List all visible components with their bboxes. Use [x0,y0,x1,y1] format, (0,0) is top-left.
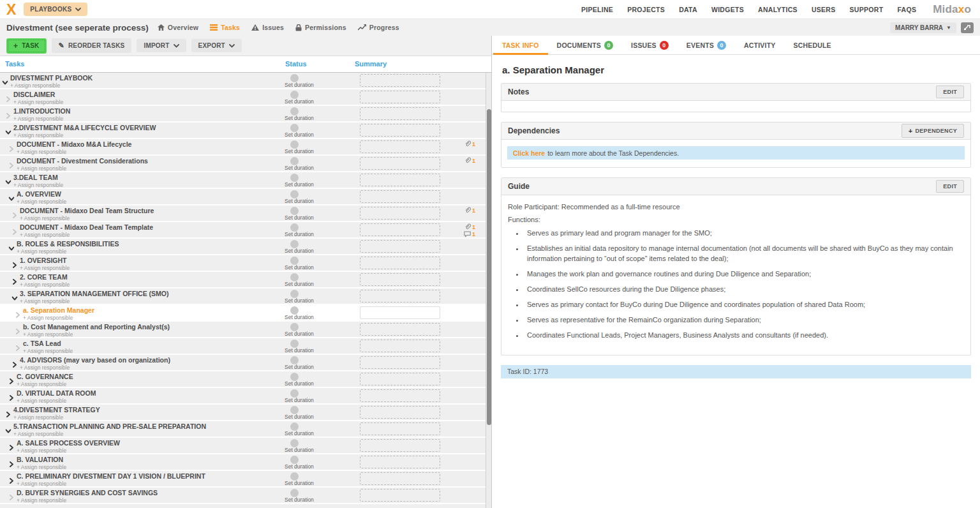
task-row[interactable]: 3. SEPARATION MANAGEMENT OFFICE (SMO) + … [0,288,491,305]
set-duration-link[interactable]: Set duration [285,431,343,437]
task-row[interactable]: 3.DEAL TEAM + Assign responsible Set dur… [0,172,491,189]
summary-field[interactable] [360,456,440,468]
task-row[interactable]: C. PRELIMINARY DIVESTMENT DAY 1 VISION /… [0,471,491,488]
summary-field[interactable] [360,174,440,186]
detail-tab-documents[interactable]: DOCUMENTS 0 [548,36,622,54]
detail-tab-issues[interactable]: ISSUES 0 [622,36,678,54]
summary-field[interactable] [360,472,440,485]
import-dropdown-button[interactable]: IMPORT [137,39,186,52]
add-dependency-button[interactable]: + DEPENDENCY [902,124,964,138]
task-row[interactable]: DOCUMENT - Midaxo Deal Team Structure + … [0,205,491,222]
set-duration-link[interactable]: Set duration [285,348,343,354]
summary-field[interactable] [360,356,440,369]
assign-responsible-link[interactable]: + Assign responsible [23,348,73,354]
task-row[interactable]: C. GOVERNANCE + Assign responsible Set d… [0,371,491,388]
assign-responsible-link[interactable]: + Assign responsible [20,232,153,238]
assign-responsible-link[interactable]: + Assign responsible [17,481,205,487]
chevron-icon[interactable] [9,454,17,470]
playbooks-dropdown[interactable]: PLAYBOOKS [24,3,87,16]
chevron-icon[interactable] [12,272,20,287]
assign-responsible-link[interactable]: + Assign responsible [17,149,131,155]
summary-field[interactable] [360,489,440,502]
nav-link-widgets[interactable]: WIDGETS [711,6,744,13]
chevron-icon[interactable] [6,106,13,121]
expand-window-button[interactable] [961,22,974,33]
task-row[interactable]: DOCUMENT - Midaxo Deal Team Template + A… [0,222,491,239]
scrollbar-thumb[interactable] [487,109,491,425]
assign-responsible-link[interactable]: + Assign responsible [13,182,63,188]
assign-responsible-link[interactable]: + Assign responsible [17,198,66,205]
set-duration-link[interactable]: Set duration [285,232,343,237]
tab-issues[interactable]: Issues [251,24,284,31]
chevron-icon[interactable] [12,205,20,221]
assign-responsible-link[interactable]: + Assign responsible [17,464,66,470]
detail-tab-schedule[interactable]: SCHEDULE [784,36,840,54]
assign-responsible-link[interactable]: + Assign responsible [20,364,170,371]
task-row[interactable]: D. VIRTUAL DATA ROOM + Assign responsibl… [0,388,491,405]
set-duration-link[interactable]: Set duration [285,497,343,503]
summary-field[interactable] [360,439,440,452]
comment-count[interactable]: 1 [472,231,475,237]
assign-responsible-link[interactable]: + Assign responsible [20,215,154,221]
click-here-link[interactable]: Click here [513,149,545,157]
task-row[interactable]: 2.DIVESTMENT M&A LIFECYCLE OVERVIEW + As… [0,123,491,139]
summary-field[interactable] [360,207,440,220]
assign-responsible-link[interactable]: + Assign responsible [13,99,63,105]
task-row[interactable]: 4. ADVISORS (may vary based on organizat… [0,355,491,371]
tab-permissions[interactable]: Permissions [295,24,346,31]
task-row[interactable]: 4.DIVESTMENT STRATEGY + Assign responsib… [0,405,491,421]
summary-field[interactable] [360,157,440,170]
tab-overview[interactable]: Overview [158,24,198,31]
assign-responsible-link[interactable]: + Assign responsible [23,331,170,338]
set-duration-link[interactable]: Set duration [285,331,343,337]
notes-edit-button[interactable]: EDIT [936,86,964,98]
summary-field[interactable] [360,406,440,419]
set-duration-link[interactable]: Set duration [285,149,343,154]
export-dropdown-button[interactable]: EXPORT [191,39,242,52]
task-row[interactable]: a. Separation Manager + Assign responsib… [0,305,491,322]
assign-responsible-link[interactable]: + Assign responsible [20,265,70,271]
reorder-tasks-button[interactable]: ✎ REORDER TASKS [52,38,132,53]
set-duration-link[interactable]: Set duration [285,414,343,420]
assign-responsible-link[interactable]: + Assign responsible [17,248,119,255]
task-row[interactable]: 2. CORE TEAM + Assign responsible Set du… [0,272,491,288]
set-duration-link[interactable]: Set duration [285,464,343,470]
task-row[interactable]: b. Cost Management and Reporting Analyst… [0,322,491,338]
task-row[interactable]: A. SALES PROCESS OVERVIEW + Assign respo… [0,438,491,454]
nav-link-users[interactable]: USERS [812,6,836,13]
set-duration-link[interactable]: Set duration [285,481,343,486]
set-duration-link[interactable]: Set duration [285,315,343,320]
summary-field[interactable] [360,422,440,435]
summary-field[interactable] [360,107,440,120]
guide-edit-button[interactable]: EDIT [936,180,964,193]
set-duration-link[interactable]: Set duration [285,182,343,188]
nav-link-data[interactable]: DATA [679,6,697,13]
task-list-scrollbar[interactable] [486,73,491,508]
chevron-icon[interactable] [9,189,17,204]
task-row[interactable]: c. TSA Lead + Assign responsible Set dur… [0,338,491,355]
summary-field[interactable] [360,340,440,352]
task-row[interactable]: 5.TRANSACTION PLANNING AND PRE-SALE PREP… [0,421,491,438]
set-duration-link[interactable]: Set duration [285,447,343,453]
set-duration-link[interactable]: Set duration [285,165,343,171]
set-duration-link[interactable]: Set duration [285,198,343,204]
nav-link-faqs[interactable]: FAQS [897,6,916,13]
detail-tab-activity[interactable]: ACTIVITY [735,36,784,54]
set-duration-link[interactable]: Set duration [285,265,343,271]
set-duration-link[interactable]: Set duration [285,99,343,105]
chevron-icon[interactable] [9,139,17,154]
assign-responsible-link[interactable]: + Assign responsible [17,381,73,387]
chevron-icon[interactable] [9,239,17,254]
set-duration-link[interactable]: Set duration [285,281,343,287]
assign-responsible-link[interactable]: + Assign responsible [20,298,169,304]
task-row[interactable]: B. VALUATION + Assign responsible Set du… [0,454,491,471]
assign-responsible-link[interactable]: + Assign responsible [13,414,100,421]
task-row[interactable]: 1. OVERSIGHT + Assign responsible Set du… [0,255,491,272]
task-row[interactable]: A. OVERVIEW + Assign responsible Set dur… [0,189,491,205]
summary-field[interactable] [360,389,440,402]
assign-responsible-link[interactable]: + Assign responsible [13,132,156,138]
user-menu[interactable]: MARRY BARRA ▼ [890,22,956,33]
chevron-icon[interactable] [12,288,20,304]
set-duration-link[interactable]: Set duration [285,298,343,304]
summary-field[interactable] [360,257,440,269]
